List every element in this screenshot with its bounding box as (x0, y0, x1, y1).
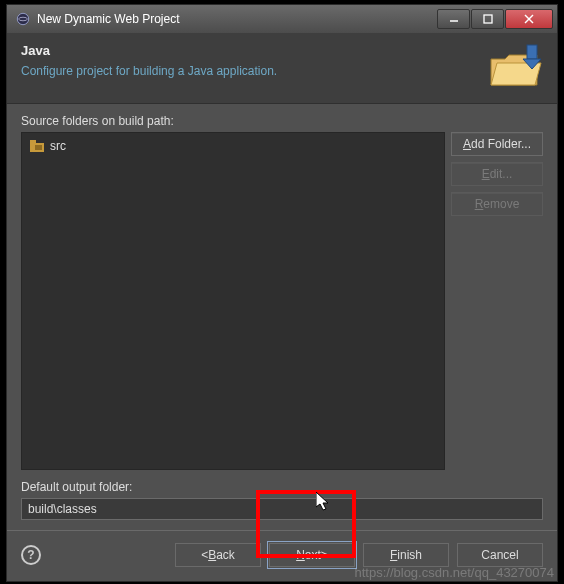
btn-text: dd Folder... (471, 137, 531, 151)
add-folder-button[interactable]: Add Folder... (451, 132, 543, 156)
btn-text: Cancel (481, 548, 518, 562)
btn-text: inish (397, 548, 422, 562)
page-title: Java (21, 43, 479, 58)
source-folders-tree[interactable]: src (21, 132, 445, 470)
window-title: New Dynamic Web Project (37, 12, 437, 26)
default-output-label: Default output folder: (21, 480, 543, 494)
svg-rect-8 (527, 45, 537, 59)
wizard-header: Java Configure project for building a Ja… (7, 33, 557, 104)
source-folders-label: Source folders on build path: (21, 114, 543, 128)
help-button[interactable]: ? (21, 545, 41, 565)
back-button[interactable]: < Back (175, 543, 261, 567)
cancel-button[interactable]: Cancel (457, 543, 543, 567)
btn-text: dit... (490, 167, 513, 181)
next-button[interactable]: Next > (269, 543, 355, 567)
folder-wizard-icon (487, 43, 543, 89)
titlebar[interactable]: New Dynamic Web Project (7, 5, 557, 33)
window-controls (437, 9, 553, 29)
package-folder-icon (30, 140, 44, 152)
tree-item-label: src (50, 139, 66, 153)
wizard-footer: ? < Back Next > Finish Cancel (7, 530, 557, 581)
eclipse-icon (15, 11, 31, 27)
remove-button: Remove (451, 192, 543, 216)
svg-rect-12 (35, 145, 42, 150)
btn-text: ext (305, 548, 321, 562)
close-button[interactable] (505, 9, 553, 29)
maximize-button[interactable] (471, 9, 504, 29)
wizard-body: Source folders on build path: src Add Fo… (7, 104, 557, 530)
source-folder-actions: Add Folder... Edit... Remove (451, 132, 543, 470)
wizard-header-text: Java Configure project for building a Ja… (21, 43, 479, 78)
svg-rect-3 (484, 15, 492, 23)
dialog-window: New Dynamic Web Project Java Configure p… (6, 4, 558, 582)
default-output-input[interactable] (21, 498, 543, 520)
tree-item-src[interactable]: src (26, 137, 440, 155)
svg-rect-11 (30, 140, 36, 144)
btn-text: emove (483, 197, 519, 211)
finish-button[interactable]: Finish (363, 543, 449, 567)
edit-button: Edit... (451, 162, 543, 186)
page-subtitle: Configure project for building a Java ap… (21, 64, 479, 78)
svg-point-0 (17, 13, 28, 24)
btn-text: ack (216, 548, 235, 562)
minimize-button[interactable] (437, 9, 470, 29)
